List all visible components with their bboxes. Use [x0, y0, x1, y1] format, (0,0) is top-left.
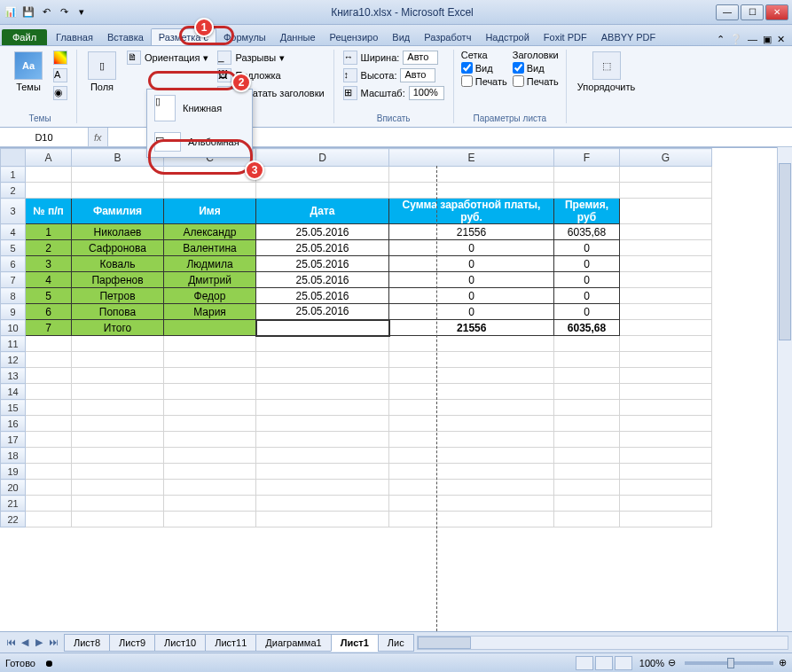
scale-combo[interactable]: 100%	[409, 86, 444, 100]
row-header-2[interactable]: 2	[1, 183, 26, 199]
window-min-icon[interactable]: —	[748, 34, 757, 45]
cell[interactable]	[164, 352, 256, 368]
cell[interactable]	[620, 448, 712, 464]
landscape-item[interactable]: ▭ Альбомная	[147, 127, 252, 157]
cell[interactable]: 25.05.2016	[256, 256, 389, 272]
help-icon[interactable]: ❔	[730, 34, 742, 45]
cell[interactable]	[554, 432, 620, 448]
sheet-tab-Лист9[interactable]: Лист9	[109, 634, 155, 652]
cell[interactable]	[72, 496, 164, 512]
row-header-13[interactable]: 13	[1, 368, 26, 384]
theme-effects-icon[interactable]: ◉	[51, 85, 69, 101]
cell[interactable]	[72, 400, 164, 416]
cell[interactable]: 0	[389, 272, 554, 288]
cell[interactable]	[26, 416, 72, 432]
cell[interactable]	[164, 416, 256, 432]
row-header-8[interactable]: 8	[1, 288, 26, 304]
cell[interactable]: 4	[26, 272, 72, 288]
row-header-11[interactable]: 11	[1, 336, 26, 352]
horizontal-scrollbar[interactable]	[417, 636, 788, 650]
tab-developer[interactable]: Разработч	[417, 29, 478, 45]
cell[interactable]	[620, 240, 712, 256]
macro-record-icon[interactable]: ⏺	[44, 658, 54, 668]
zoom-out-button[interactable]: ⊖	[668, 657, 676, 668]
cell[interactable]	[256, 167, 389, 183]
row-header-14[interactable]: 14	[1, 384, 26, 400]
sheet-tab-Лист11[interactable]: Лист11	[205, 634, 256, 652]
col-header-A[interactable]: A	[26, 149, 72, 167]
row-header-12[interactable]: 12	[1, 352, 26, 368]
cell[interactable]	[256, 496, 389, 512]
cell[interactable]	[26, 464, 72, 480]
cell[interactable]	[72, 183, 164, 199]
row-header-6[interactable]: 6	[1, 256, 26, 272]
cell[interactable]	[389, 384, 554, 400]
zoom-in-button[interactable]: ⊕	[779, 657, 787, 668]
sheet-nav[interactable]: ⏮◀▶⏭	[0, 637, 64, 648]
cell[interactable]	[164, 336, 256, 352]
cell[interactable]	[72, 352, 164, 368]
cell[interactable]	[620, 272, 712, 288]
tab-review[interactable]: Рецензиро	[323, 29, 386, 45]
cell[interactable]: 25.05.2016	[256, 240, 389, 256]
cell[interactable]	[620, 432, 712, 448]
row-header-21[interactable]: 21	[1, 496, 26, 512]
portrait-item[interactable]: ▯ Книжная	[147, 90, 252, 127]
cell[interactable]: 0	[389, 240, 554, 256]
cell[interactable]	[620, 320, 712, 336]
pagebreak-view-button[interactable]	[615, 656, 632, 670]
redo-icon[interactable]: ↷	[57, 5, 71, 20]
cell[interactable]	[256, 416, 389, 432]
cell[interactable]: 6035,68	[554, 320, 620, 336]
grid-view-check[interactable]: Вид	[461, 62, 507, 74]
cell[interactable]	[554, 400, 620, 416]
sheet-tab-Лист1[interactable]: Лист1	[331, 634, 379, 652]
active-cell[interactable]	[256, 320, 389, 336]
normal-view-button[interactable]	[576, 656, 593, 670]
cell[interactable]	[389, 432, 554, 448]
cell[interactable]	[620, 167, 712, 183]
col-header-F[interactable]: F	[554, 149, 620, 167]
cell[interactable]	[26, 368, 72, 384]
cell[interactable]	[389, 183, 554, 199]
cell[interactable]	[26, 512, 72, 527]
cell[interactable]	[620, 288, 712, 304]
cell[interactable]	[256, 400, 389, 416]
tab-formulas[interactable]: Формулы	[216, 29, 273, 45]
cell[interactable]	[164, 480, 256, 496]
col-header-E[interactable]: E	[389, 149, 554, 167]
cell[interactable]: 25.05.2016	[256, 288, 389, 304]
cell[interactable]	[554, 352, 620, 368]
row-header-4[interactable]: 4	[1, 224, 26, 240]
cell[interactable]	[256, 480, 389, 496]
cell[interactable]	[554, 336, 620, 352]
cell[interactable]: Федор	[164, 288, 256, 304]
cell[interactable]: Людмила	[164, 256, 256, 272]
cell[interactable]: Дмитрий	[164, 272, 256, 288]
cell[interactable]	[554, 448, 620, 464]
row-header-10[interactable]: 10	[1, 320, 26, 336]
vertical-scrollbar[interactable]	[777, 147, 792, 631]
undo-icon[interactable]: ↶	[39, 5, 53, 20]
cell[interactable]	[256, 183, 389, 199]
cell[interactable]	[256, 432, 389, 448]
cell[interactable]: 6035,68	[554, 224, 620, 240]
cell[interactable]	[554, 368, 620, 384]
cell[interactable]: 25.05.2016	[256, 304, 389, 320]
cell[interactable]	[620, 400, 712, 416]
margins-button[interactable]: ▯ Поля	[84, 50, 120, 94]
row-header-18[interactable]: 18	[1, 448, 26, 464]
cell[interactable]	[554, 480, 620, 496]
arrange-button[interactable]: ⬚ Упорядочить	[574, 50, 639, 94]
cell[interactable]: 3	[26, 256, 72, 272]
cell[interactable]	[389, 496, 554, 512]
cell[interactable]	[620, 224, 712, 240]
cell[interactable]	[164, 400, 256, 416]
cell[interactable]	[389, 400, 554, 416]
cell[interactable]	[164, 432, 256, 448]
cell[interactable]	[620, 464, 712, 480]
cell[interactable]: 21556	[389, 224, 554, 240]
cell[interactable]	[554, 416, 620, 432]
cell[interactable]: 5	[26, 288, 72, 304]
cell[interactable]	[389, 480, 554, 496]
